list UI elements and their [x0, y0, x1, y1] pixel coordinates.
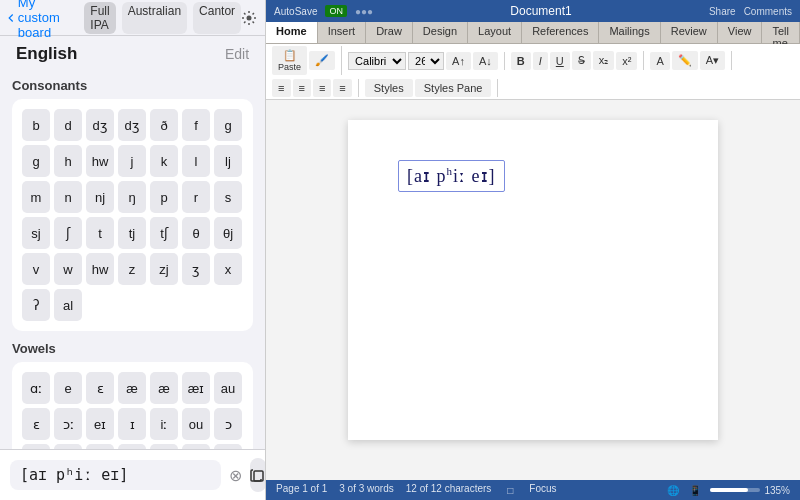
- font-shrink-button[interactable]: A↓: [473, 52, 498, 70]
- key-ɑː[interactable]: ɑː: [22, 372, 50, 404]
- font-family-select[interactable]: Calibri: [348, 52, 406, 70]
- tab-draw[interactable]: Draw: [366, 22, 413, 43]
- status-icon[interactable]: □: [503, 483, 517, 497]
- key-nj[interactable]: nj: [86, 181, 114, 213]
- key-ɪ[interactable]: ɪ: [118, 408, 146, 440]
- key-ɔ[interactable]: ɔ: [214, 408, 242, 440]
- key-æɪ[interactable]: æɪ: [182, 372, 210, 404]
- tab-review[interactable]: Review: [661, 22, 718, 43]
- copy-button[interactable]: [250, 458, 265, 492]
- key-h[interactable]: h: [54, 145, 82, 177]
- key-d[interactable]: d: [54, 109, 82, 141]
- styles-button[interactable]: Styles: [365, 79, 413, 97]
- key-hw1[interactable]: hw: [86, 145, 114, 177]
- key-zj[interactable]: zj: [150, 253, 178, 285]
- ipa-input[interactable]: [10, 460, 221, 490]
- key-ʒ[interactable]: ʒ: [182, 253, 210, 285]
- format-painter-button[interactable]: 🖌️: [309, 51, 335, 70]
- justify-button[interactable]: ≡: [333, 79, 351, 97]
- paste-button[interactable]: 📋 Paste: [272, 46, 307, 75]
- strikethrough-button[interactable]: S̶: [572, 51, 591, 70]
- tab-mailings[interactable]: Mailings: [599, 22, 660, 43]
- key-tj[interactable]: tj: [118, 217, 146, 249]
- key-θj[interactable]: θj: [214, 217, 242, 249]
- align-right-button[interactable]: ≡: [313, 79, 331, 97]
- text-shading-button[interactable]: A▾: [700, 51, 725, 70]
- key-ð[interactable]: ð: [150, 109, 178, 141]
- key-θ[interactable]: θ: [182, 217, 210, 249]
- key-ŋ[interactable]: ŋ: [118, 181, 146, 213]
- key-dʒ2[interactable]: dʒ: [118, 109, 146, 141]
- word-title: Document1: [510, 4, 571, 18]
- key-sj[interactable]: sj: [22, 217, 50, 249]
- bold-button[interactable]: B: [511, 52, 531, 70]
- key-ʔ[interactable]: ʔ: [22, 289, 50, 321]
- keyboard-content: Consonants b d dʒ dʒ ð f g g h hw j k l …: [0, 68, 265, 449]
- key-eɪ[interactable]: eɪ: [86, 408, 114, 440]
- subscript-button[interactable]: x₂: [593, 51, 615, 70]
- key-r[interactable]: r: [182, 181, 210, 213]
- align-center-button[interactable]: ≡: [293, 79, 311, 97]
- key-j[interactable]: j: [118, 145, 146, 177]
- nav-tab-australian[interactable]: Australian: [122, 2, 187, 34]
- document-area[interactable]: [aɪ phiː eɪ]: [266, 100, 800, 480]
- consonants-grid: b d dʒ dʒ ð f g g h hw j k l lj m n nj ŋ…: [12, 99, 253, 331]
- key-g1[interactable]: g: [214, 109, 242, 141]
- tab-home[interactable]: Home: [266, 22, 318, 43]
- font-grow-button[interactable]: A↑: [446, 52, 471, 70]
- key-au[interactable]: au: [214, 372, 242, 404]
- align-left-button[interactable]: ≡: [272, 79, 290, 97]
- key-m[interactable]: m: [22, 181, 50, 213]
- font-size-select[interactable]: 26: [408, 52, 444, 70]
- key-æ2[interactable]: æ: [150, 372, 178, 404]
- underline-button[interactable]: U: [550, 52, 570, 70]
- superscript-button[interactable]: x²: [616, 52, 637, 70]
- key-hw2[interactable]: hw: [86, 253, 114, 285]
- highlight-color-button[interactable]: ✏️: [672, 51, 698, 70]
- nav-back[interactable]: My custom board: [8, 0, 76, 40]
- key-ɛ[interactable]: ɛ: [86, 372, 114, 404]
- italic-button[interactable]: I: [533, 52, 548, 70]
- styles-pane-button[interactable]: Styles Pane: [415, 79, 492, 97]
- key-b[interactable]: b: [22, 109, 50, 141]
- tab-view[interactable]: View: [718, 22, 763, 43]
- key-p[interactable]: p: [150, 181, 178, 213]
- key-z[interactable]: z: [118, 253, 146, 285]
- key-t[interactable]: t: [86, 217, 114, 249]
- key-s[interactable]: s: [214, 181, 242, 213]
- key-k[interactable]: k: [150, 145, 178, 177]
- key-lj[interactable]: lj: [214, 145, 242, 177]
- share-button[interactable]: Share: [709, 6, 736, 17]
- tab-layout[interactable]: Layout: [468, 22, 522, 43]
- key-ɔː[interactable]: ɔː: [54, 408, 82, 440]
- nav-tab-cantor[interactable]: Cantor: [193, 2, 241, 34]
- nav-tab-full-ipa[interactable]: Full IPA: [84, 2, 115, 34]
- key-n[interactable]: n: [54, 181, 82, 213]
- key-w[interactable]: w: [54, 253, 82, 285]
- key-g2[interactable]: g: [22, 145, 50, 177]
- font-color-button[interactable]: A: [650, 52, 669, 70]
- key-al[interactable]: al: [54, 289, 82, 321]
- key-ou[interactable]: ou: [182, 408, 210, 440]
- key-ʃ[interactable]: ʃ: [54, 217, 82, 249]
- view-web-icon[interactable]: 🌐: [666, 483, 680, 497]
- tab-design[interactable]: Design: [413, 22, 468, 43]
- key-l[interactable]: l: [182, 145, 210, 177]
- key-tʃ[interactable]: tʃ: [150, 217, 178, 249]
- key-iː[interactable]: iː: [150, 408, 178, 440]
- key-f[interactable]: f: [182, 109, 210, 141]
- key-v[interactable]: v: [22, 253, 50, 285]
- edit-button[interactable]: Edit: [225, 46, 249, 62]
- key-x[interactable]: x: [214, 253, 242, 285]
- tab-insert[interactable]: Insert: [318, 22, 367, 43]
- clear-icon[interactable]: ⊗: [229, 466, 242, 485]
- key-ɛ2[interactable]: ɛ: [22, 408, 50, 440]
- key-e[interactable]: e: [54, 372, 82, 404]
- key-dʒ1[interactable]: dʒ: [86, 109, 114, 141]
- settings-icon[interactable]: [241, 8, 257, 28]
- key-æ1[interactable]: æ: [118, 372, 146, 404]
- tab-tell-me[interactable]: Tell me: [762, 22, 800, 43]
- comments-button[interactable]: Comments: [744, 6, 792, 17]
- view-mobile-icon[interactable]: 📱: [688, 483, 702, 497]
- tab-references[interactable]: References: [522, 22, 599, 43]
